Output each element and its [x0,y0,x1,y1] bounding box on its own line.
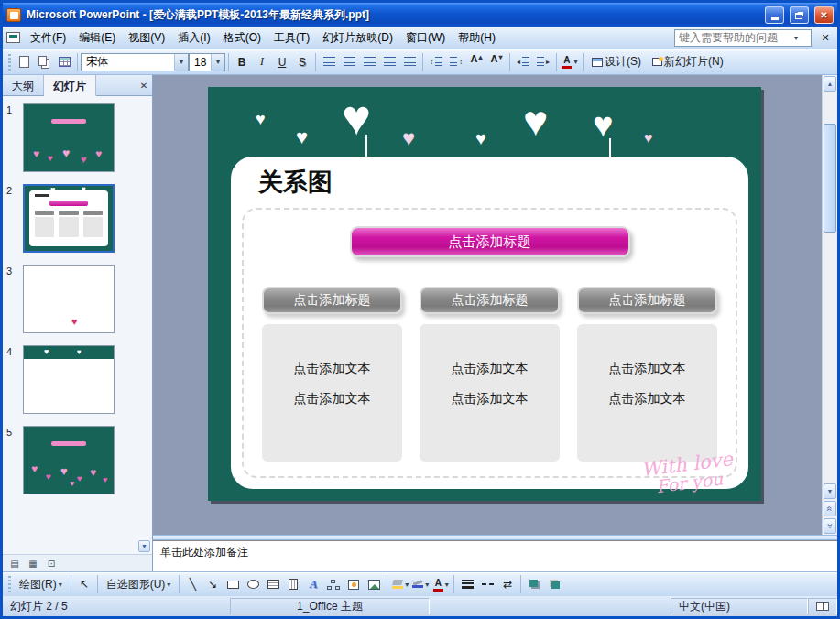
menu-insert[interactable]: 插入(I) [171,27,216,49]
rectangle-tool-button[interactable] [223,574,243,594]
design-button[interactable]: 设计(S) [586,52,647,72]
close-button[interactable]: ✕ [814,6,834,24]
tab-slides[interactable]: 幻灯片 [44,75,96,96]
slide-thumbnail-2[interactable]: ♥ ♥ [23,184,115,253]
increase-indent-button[interactable]: ▸ [533,52,553,72]
menu-window[interactable]: 窗口(W) [399,27,452,49]
draw-font-color-button[interactable]: A▾ [431,574,451,594]
line-style-button[interactable] [457,574,477,594]
scroll-down-button[interactable]: ▼ [824,483,836,499]
panel-scroll-down-button[interactable]: ▼ [138,540,150,552]
slide-thumbnail-5[interactable]: ♥ ♥ ♥ ♥ ♥ ♥ ♥ [23,426,115,494]
slideshow-view-button[interactable]: ⊡ [43,557,60,570]
select-objects-button[interactable]: ↖ [74,574,94,594]
minimize-button[interactable] [765,6,784,24]
column-text-line[interactable]: 点击添加文本 [609,391,686,407]
draw-menu-button[interactable]: 绘图(R)▾ [14,574,68,594]
column-header-placeholder[interactable]: 点击添加标题 [262,287,402,314]
arrow-style-button[interactable]: ⇄ [497,574,518,594]
font-name-dropdown[interactable]: ▾ [174,54,188,71]
menu-file[interactable]: 文件(F) [24,27,72,49]
scrollbar-thumb[interactable] [824,124,836,233]
underline-button[interactable]: U [272,52,292,72]
slide-thumbnail-3[interactable]: ♥ [23,265,115,333]
3d-style-button[interactable] [544,574,564,594]
copy-button[interactable] [34,52,54,72]
align-right-button[interactable] [359,52,379,72]
menu-slideshow[interactable]: 幻灯片放映(D) [316,27,399,49]
panel-close-button[interactable]: ✕ [136,75,152,95]
line-tool-button[interactable]: ╲ [182,574,202,594]
fill-color-button[interactable]: ▾ [390,574,410,594]
menu-edit[interactable]: 编辑(E) [72,27,122,49]
status-spellcheck[interactable] [808,598,837,614]
menu-tools[interactable]: 工具(T) [267,27,316,49]
italic-button[interactable]: I [252,52,272,72]
notes-placeholder[interactable]: 单击此处添加备注 [160,546,248,559]
diagram-button[interactable] [323,574,344,594]
column-text-line[interactable]: 点击添加文本 [452,361,529,377]
font-size-combo[interactable]: 18 ▾ [189,53,225,71]
column-body-placeholder[interactable]: 点击添加文本 点击添加文本 [420,324,560,462]
column-text-line[interactable]: 点击添加文本 [294,361,371,377]
align-left-button[interactable] [319,52,339,72]
slide-title-placeholder[interactable]: 关系图 [258,166,333,199]
column-text-line[interactable]: 点击添加文本 [294,391,371,407]
notes-pane[interactable]: 单击此处添加备注 [153,540,837,571]
bold-button[interactable]: B [232,52,252,72]
clip-art-button[interactable] [344,574,364,594]
powerpoint-app-icon[interactable] [6,8,21,22]
menu-view[interactable]: 视图(V) [122,27,171,49]
toolbar-grip[interactable] [8,54,11,71]
menu-format[interactable]: 格式(O) [217,27,267,49]
wordart-button[interactable]: A [303,574,323,594]
increase-font-button[interactable]: A▴ [466,52,486,72]
help-search-input[interactable] [675,31,794,44]
tab-outline[interactable]: 大纲 [3,75,44,95]
column-header-placeholder[interactable]: 点击添加标题 [577,287,717,314]
menu-help[interactable]: 帮助(H) [452,27,502,49]
document-close-button[interactable]: ✕ [817,29,834,46]
column-header-placeholder[interactable]: 点击添加标题 [420,287,560,314]
text-box-button[interactable] [263,574,283,594]
scrollbar-track[interactable] [824,92,836,483]
restore-button[interactable] [790,6,809,24]
previous-slide-button[interactable]: « [824,501,836,516]
line-spacing-decrease-button[interactable]: ↕ [446,52,466,72]
arrow-tool-button[interactable]: ↘ [202,574,223,594]
line-color-button[interactable]: ▾ [410,574,431,594]
help-dropdown-icon[interactable]: ▾ [794,34,798,42]
new-slide-button[interactable]: 新幻灯片(N) [647,52,729,72]
vertical-text-box-button[interactable] [283,574,303,594]
font-name-combo[interactable]: 宋体 ▾ [81,53,189,71]
align-center-button[interactable] [339,52,359,72]
column-body-placeholder[interactable]: 点击添加文本 点击添加文本 [262,324,402,462]
slide-sorter-view-button[interactable]: ▦ [25,557,41,570]
slide-thumbnail-4[interactable]: ♥ ♥ [23,345,115,414]
diagram-top-title-placeholder[interactable]: 点击添加标题 [350,226,630,257]
next-slide-button[interactable]: « [824,518,836,534]
oval-tool-button[interactable] [243,574,263,594]
toolbar-grip[interactable] [8,576,11,592]
decrease-indent-button[interactable]: ◂ [513,52,533,72]
slide-thumbnail-1[interactable]: ♥ ♥ ♥ ♥ ♥ [23,103,115,172]
normal-view-button[interactable]: ▤ [6,557,23,570]
insert-picture-button[interactable] [364,574,384,594]
slide-canvas[interactable]: ♥ ♥ ♥ ♥ ♥ ♥ ♥ ♥ 关系图 点击添加标题 [208,87,761,501]
distribute-button[interactable] [399,52,420,72]
text-shadow-button[interactable]: S [292,52,312,72]
document-icon[interactable] [6,32,20,43]
scroll-up-button[interactable]: ▲ [824,76,836,92]
column-body-placeholder[interactable]: 点击添加文本 点击添加文本 [577,324,717,462]
font-size-dropdown[interactable]: ▾ [211,54,224,71]
justify-button[interactable] [379,52,399,72]
dash-style-button[interactable] [477,574,497,594]
font-color-button[interactable]: A ▾ [560,52,580,72]
decrease-font-button[interactable]: A▾ [486,52,507,72]
autoshapes-button[interactable]: 自选图形(U)▾ [101,574,177,594]
column-text-line[interactable]: 点击添加文本 [609,361,686,377]
diagram-container[interactable]: 点击添加标题 点击添加标题 点击添加文本 点击添加文本 [242,208,737,478]
column-text-line[interactable]: 点击添加文本 [452,391,529,407]
line-spacing-increase-button[interactable]: ↕ [426,52,446,72]
insert-table-button[interactable] [54,52,74,72]
